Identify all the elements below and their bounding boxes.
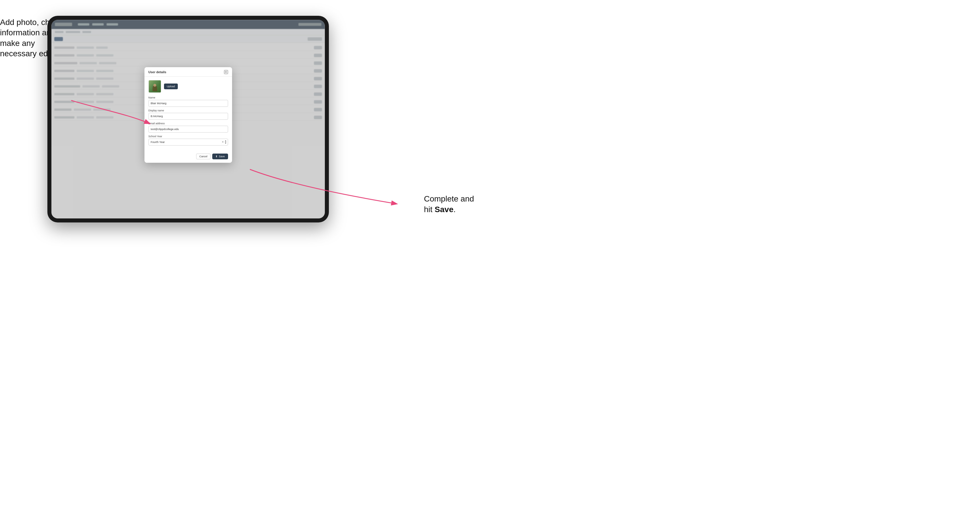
modal-body: Upload Name Display name Email addre — [145, 77, 232, 151]
tablet-device: User details × Upload Name — [48, 16, 329, 222]
tablet-screen: User details × Upload Name — [51, 20, 325, 218]
school-year-wrapper: × ▲ ▼ — [148, 139, 228, 146]
modal-footer: Cancel ⬆ Save — [145, 151, 232, 163]
display-name-input[interactable] — [148, 113, 228, 120]
save-icon: ⬆ — [215, 155, 218, 158]
photo-section: Upload — [148, 80, 228, 93]
profile-photo — [149, 80, 161, 92]
display-name-field-group: Display name — [148, 109, 228, 120]
select-clear-icon[interactable]: × — [222, 141, 224, 143]
select-arrows-icon[interactable]: ▲ ▼ — [224, 140, 227, 144]
name-input[interactable] — [148, 100, 228, 107]
modal-title: User details — [148, 70, 166, 74]
name-label: Name — [148, 96, 228, 99]
email-input[interactable] — [148, 126, 228, 133]
school-year-field-group: School Year × ▲ ▼ — [148, 135, 228, 146]
select-controls: × ▲ ▼ — [222, 140, 227, 144]
annotation-right: Complete and hit Save. — [424, 194, 487, 215]
user-details-modal: User details × Upload Name — [145, 67, 232, 163]
display-name-label: Display name — [148, 109, 228, 112]
save-label: Save — [219, 155, 225, 158]
school-year-input[interactable] — [148, 139, 228, 146]
email-field-group: Email address — [148, 122, 228, 133]
name-field-group: Name — [148, 96, 228, 107]
upload-button[interactable]: Upload — [164, 84, 178, 89]
close-button[interactable]: × — [224, 70, 228, 74]
save-button[interactable]: ⬆ Save — [212, 154, 228, 159]
email-label: Email address — [148, 122, 228, 125]
modal-header: User details × — [145, 67, 232, 77]
photo-thumbnail — [148, 80, 161, 93]
school-year-label: School Year — [148, 135, 228, 138]
cancel-button[interactable]: Cancel — [196, 154, 210, 159]
modal-overlay: User details × Upload Name — [51, 20, 325, 218]
